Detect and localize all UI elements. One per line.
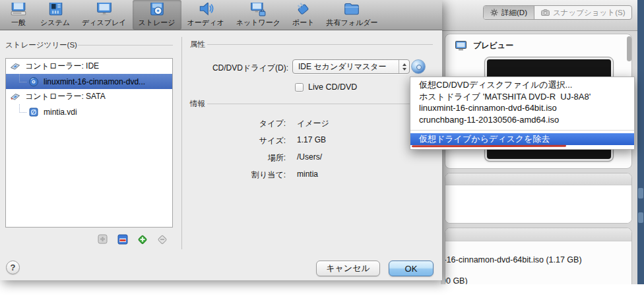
manager-panel-storage-header <box>445 228 631 241</box>
toolbar-item-label: ネットワーク <box>236 18 280 28</box>
info-attached-value: mintia <box>297 169 318 179</box>
gear-icon <box>490 9 498 16</box>
toolbar-item-display[interactable]: ディスプレイ <box>76 0 133 30</box>
info-location-value: /Users/ <box>297 152 322 162</box>
ports-icon <box>294 3 313 16</box>
remove-controller-button[interactable] <box>117 233 129 245</box>
manager-panel-middle <box>445 173 632 224</box>
toolbar-item-network[interactable]: ネットワーク <box>230 0 286 30</box>
toolbar-item-label: 一般 <box>11 18 26 28</box>
network-icon <box>248 3 268 16</box>
storage-tree-title: ストレージツリー(S) <box>5 40 77 50</box>
storage-icon <box>147 3 167 16</box>
attributes-section-title: 属性 <box>190 40 205 49</box>
menu-item-crunchbang-iso[interactable]: crunchbang-11-20130506-amd64.iso <box>410 114 634 126</box>
select-stepper <box>399 60 409 73</box>
toolbar-item-shared-folders[interactable]: 共有フォルダー <box>320 0 383 30</box>
cd-dvd-drive-selected-option: IDE セカンダリマスター <box>298 62 387 71</box>
panel-divider <box>181 37 182 249</box>
preview-panel-title: プレビュー <box>473 40 513 51</box>
info-size-value: 1.17 GB <box>297 135 326 144</box>
info-type-value: イメージ <box>297 118 329 129</box>
red-underline-annotation <box>412 145 566 148</box>
sata-controller-icon <box>10 92 20 102</box>
chevron-down-icon <box>402 68 406 71</box>
storage-tree-actions <box>97 233 168 245</box>
menu-item-remove-disk[interactable]: 仮想ドライブからディスクを除去 <box>410 133 634 145</box>
divider <box>78 45 173 46</box>
tab-snapshots-label: スナップショット(S) <box>553 8 626 18</box>
ok-button[interactable]: OK <box>389 261 434 276</box>
view-mode-segmented-control: 詳細(D) スナップショット(S) <box>483 5 632 20</box>
display-icon <box>94 3 114 16</box>
toolbar-item-label: ポート <box>292 18 315 28</box>
tree-row-controller-ide[interactable]: コントローラー: IDE <box>6 59 172 74</box>
system-icon <box>46 3 65 16</box>
tree-connector <box>19 104 26 113</box>
cd-disc-icon <box>28 77 39 87</box>
vm-settings-dialog: 一般 システム <box>0 0 442 280</box>
tab-details[interactable]: 詳細(D) <box>484 6 534 19</box>
menu-item-choose-disk-file[interactable]: 仮想CD/DVDディスクファイルの選択... <box>410 79 634 91</box>
cancel-button[interactable]: キャンセル <box>316 261 380 276</box>
tree-row-dvd-attachment[interactable]: linuxmint-16-cinnamon-dvd... <box>6 74 172 89</box>
live-cd-label: Live CD/DVD <box>308 82 357 92</box>
toolbar-item-label: システム <box>40 18 70 28</box>
manager-storage-attachment-text-2: 00 GB) <box>445 276 468 284</box>
add-attachment-button[interactable] <box>137 233 148 245</box>
toolbar-item-system[interactable]: システム <box>34 0 76 30</box>
toolbar-item-audio[interactable]: オーディオ <box>181 0 230 30</box>
info-size-label: サイズ: <box>190 135 286 146</box>
manager-panel-storage: t-16-cinnamon-dvd-64bit.iso (1.17 GB) 00… <box>445 228 632 284</box>
toolbar-item-label: ディスプレイ <box>82 18 127 28</box>
information-section-title: 情報 <box>190 99 205 109</box>
preview-panel-header: プレビュー <box>455 40 513 51</box>
divider <box>207 44 433 45</box>
cd-dvd-drive-select[interactable]: IDE セカンダリマスター <box>292 59 410 74</box>
menu-item-host-drive[interactable]: ホストドライブ 'MATSHITA DVD-R UJ-8A8' <box>410 91 634 103</box>
cd-drive-context-menu: 仮想CD/DVDディスクファイルの選択... ホストドライブ 'MATSHITA… <box>410 77 635 150</box>
menu-separator <box>410 130 634 131</box>
cd-dvd-drive-label: CD/DVDドライブ(D): <box>189 63 288 74</box>
audio-icon <box>196 3 216 16</box>
toolbar-item-label: 共有フォルダー <box>326 18 377 28</box>
info-location-label: 場所: <box>190 152 286 164</box>
toolbar-item-storage[interactable]: ストレージ <box>133 0 181 30</box>
tree-row-controller-sata[interactable]: コントローラー: SATA <box>6 89 172 104</box>
tree-row-label: linuxmint-16-cinnamon-dvd... <box>44 77 145 86</box>
desktop-texture <box>638 212 643 223</box>
tab-details-label: 詳細(D) <box>501 8 527 18</box>
tree-row-label: コントローラー: SATA <box>25 91 106 102</box>
settings-toolbar: 一般 システム <box>0 0 442 30</box>
monitor-icon <box>455 41 467 51</box>
camera-icon <box>541 9 550 16</box>
hard-disk-icon <box>28 107 39 117</box>
tree-row-label: mintia.vdi <box>44 108 77 117</box>
divider <box>207 104 433 104</box>
general-icon <box>9 3 28 16</box>
add-controller-button[interactable] <box>97 233 109 245</box>
manager-panel-middle-header <box>445 173 631 185</box>
toolbar-item-ports[interactable]: ポート <box>286 0 321 30</box>
toolbar-item-label: オーディオ <box>187 18 224 28</box>
live-cd-checkbox[interactable] <box>295 83 304 92</box>
manager-scrollbar[interactable] <box>627 36 631 61</box>
help-button[interactable]: ? <box>6 261 20 274</box>
toolbar-item-label: ストレージ <box>139 18 176 28</box>
remove-attachment-button[interactable] <box>156 233 168 245</box>
manager-storage-attachment-text: t-16-cinnamon-dvd-64bit.iso (1.17 GB) <box>445 255 582 264</box>
desktop-background-strip <box>637 0 644 284</box>
chevron-up-icon <box>402 63 406 66</box>
toolbar-item-general[interactable]: 一般 <box>3 0 34 30</box>
storage-tree-list: コントローラー: IDE linuxmint-16-cinnamon-dvd..… <box>5 58 173 228</box>
shared-folders-icon <box>342 3 362 16</box>
tree-connector <box>19 74 26 82</box>
info-attached-label: 割り当て: <box>190 169 286 181</box>
tree-row-vdi-attachment[interactable]: mintia.vdi <box>6 104 172 119</box>
tab-snapshots[interactable]: スナップショット(S) <box>534 6 632 19</box>
choose-disk-menu-button[interactable] <box>411 59 426 74</box>
menu-item-linuxmint-iso[interactable]: linuxmint-16-cinnamon-dvd-64bit.iso <box>410 102 634 114</box>
tree-row-label: コントローラー: IDE <box>25 61 99 72</box>
ide-controller-icon <box>10 61 20 72</box>
manager-panel-middle-body <box>445 185 631 224</box>
